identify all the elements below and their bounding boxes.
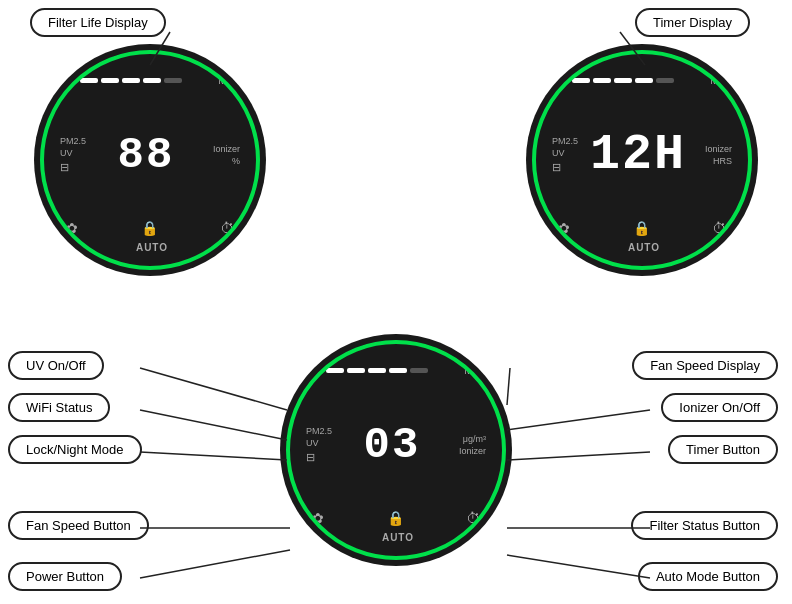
icon-row-d2: ✿ 🔒 ⏱ bbox=[552, 220, 732, 236]
svg-line-4 bbox=[140, 452, 287, 460]
ionizer-on-off-label: Ionizer On/Off bbox=[661, 393, 778, 422]
main-display-d1: 88 bbox=[111, 133, 181, 177]
uv-on-off-label: UV On/Off bbox=[8, 351, 104, 380]
main-display-d2: 12H bbox=[590, 130, 686, 180]
power-icon-d3: ⏻ bbox=[312, 528, 328, 546]
auto-text-d2: AUTO bbox=[628, 242, 660, 253]
auto-text-d1: AUTO bbox=[136, 242, 168, 253]
power-icon-d1: ⏻ bbox=[66, 238, 82, 256]
power-icon-d2: ⏻ bbox=[558, 238, 574, 256]
lock-icon-d1: 🔒 bbox=[141, 220, 158, 236]
svg-line-8 bbox=[507, 410, 650, 430]
bottom-row-d3: ⏻ AUTO ⓘ bbox=[306, 528, 486, 546]
svg-line-2 bbox=[140, 368, 287, 410]
fan-speed-button-label: Fan Speed Button bbox=[8, 511, 149, 540]
timer-display-label: Timer Display bbox=[635, 8, 750, 37]
fan-btn-icon-d1: ✿ bbox=[66, 220, 78, 236]
power-button-label: Power Button bbox=[8, 562, 122, 591]
speed-bars-d2 bbox=[572, 78, 702, 83]
fan-btn-icon-d3: ✿ bbox=[312, 510, 324, 526]
bottom-row-d1: ⏻ AUTO ⓘ bbox=[60, 238, 240, 256]
svg-line-6 bbox=[140, 550, 290, 578]
auto-text-d3: AUTO bbox=[382, 532, 414, 543]
speed-bars-d1 bbox=[80, 78, 210, 83]
left-labels-d2: PM2.5 UV ⊟ bbox=[552, 136, 584, 175]
fan-icon-d1: ✿ bbox=[60, 72, 72, 88]
fan-btn-icon-d2: ✿ bbox=[558, 220, 570, 236]
center-device: ✿ MAX PM2.5 UV ⊟ 03 μg/m³ Ionizer ✿ bbox=[286, 340, 506, 560]
timer-device: ✿ MAX PM2.5 UV ⊟ 12H Ionizer HRS ✿ bbox=[532, 50, 752, 270]
svg-line-9 bbox=[507, 452, 650, 460]
info-icon-d2: ⓘ bbox=[714, 239, 726, 256]
right-labels-d3: μg/m³ Ionizer bbox=[446, 434, 486, 456]
fan-icon-d2: ✿ bbox=[552, 72, 564, 88]
wifi-status-label: WiFi Status bbox=[8, 393, 110, 422]
filter-life-device: ✿ MAX PM2.5 UV ⊟ 88 Ionizer % ✿ bbox=[40, 50, 260, 270]
lock-night-mode-label: Lock/Night Mode bbox=[8, 435, 142, 464]
timer-icon-d3: ⏱ bbox=[466, 510, 480, 526]
timer-icon-d2: ⏱ bbox=[712, 220, 726, 236]
max-label-d3: MAX bbox=[464, 365, 486, 376]
right-labels-d1: Ionizer % bbox=[200, 144, 240, 166]
icon-row-d3: ✿ 🔒 ⏱ bbox=[306, 510, 486, 526]
max-label-d2: MAX bbox=[710, 75, 732, 86]
fan-icon-d3: ✿ bbox=[306, 362, 318, 378]
icon-row-d1: ✿ 🔒 ⏱ bbox=[60, 220, 240, 236]
svg-line-11 bbox=[507, 555, 650, 578]
fan-speed-display-label: Fan Speed Display bbox=[632, 351, 778, 380]
max-label-d1: MAX bbox=[218, 75, 240, 86]
right-labels-d2: Ionizer HRS bbox=[692, 144, 732, 166]
filter-status-button-label: Filter Status Button bbox=[631, 511, 778, 540]
left-labels-d1: PM2.5 UV ⊟ bbox=[60, 136, 92, 175]
lock-icon-d2: 🔒 bbox=[633, 220, 650, 236]
bottom-row-d2: ⏻ AUTO ⓘ bbox=[552, 238, 732, 256]
filter-life-display-label: Filter Life Display bbox=[30, 8, 166, 37]
svg-line-3 bbox=[140, 410, 287, 440]
timer-icon-d1: ⏱ bbox=[220, 220, 234, 236]
auto-mode-button-label: Auto Mode Button bbox=[638, 562, 778, 591]
lock-icon-d3: 🔒 bbox=[387, 510, 404, 526]
info-icon-d3: ⓘ bbox=[468, 529, 480, 546]
info-icon-d1: ⓘ bbox=[222, 239, 234, 256]
svg-line-7 bbox=[507, 368, 510, 405]
timer-button-label: Timer Button bbox=[668, 435, 778, 464]
speed-bars-d3 bbox=[326, 368, 456, 373]
left-labels-d3: PM2.5 UV ⊟ bbox=[306, 426, 338, 465]
main-display-d3: 03 bbox=[357, 423, 427, 467]
